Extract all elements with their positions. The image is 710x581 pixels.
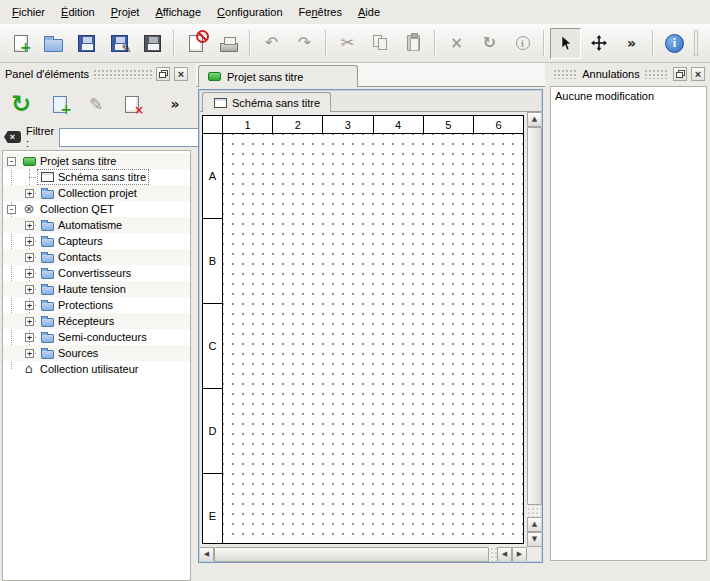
scroll-left-button-2[interactable]: ◀: [497, 547, 512, 562]
elements-tree[interactable]: -Projet sans titreSchéma sans titre+Coll…: [2, 150, 191, 581]
select-tool-button[interactable]: [550, 28, 581, 59]
tree-item-convertisseurs[interactable]: +Convertisseurs: [3, 265, 190, 281]
filter-input[interactable]: [59, 128, 209, 147]
tree-item-automatisme[interactable]: +Automatisme: [3, 217, 190, 233]
tree-expander-plus-icon[interactable]: +: [25, 333, 34, 342]
scroll-up-button-2[interactable]: ▲: [527, 517, 542, 532]
schema-tab-label: Schéma sans titre: [232, 97, 320, 109]
new-document-button[interactable]: +: [5, 28, 36, 59]
scroll-right-button[interactable]: ▶: [512, 547, 527, 562]
panel-overflow-chevron-button[interactable]: »: [163, 92, 187, 116]
close-icon: [185, 32, 207, 54]
float-dock-button[interactable]: [673, 67, 687, 81]
horizontal-scroll-track[interactable]: [214, 547, 497, 562]
delete-element-button[interactable]: ×: [120, 92, 144, 116]
open-button[interactable]: [38, 28, 69, 59]
tree-item-schema-sans-titre[interactable]: Schéma sans titre: [3, 169, 190, 185]
save-button[interactable]: [71, 28, 102, 59]
menu-edition[interactable]: Édition: [53, 2, 103, 22]
tree-expander-plus-icon[interactable]: +: [25, 189, 34, 198]
toolbar-overflow-chevron-button[interactable]: »: [616, 28, 647, 59]
scroll-left-button[interactable]: ◀: [199, 547, 214, 562]
save-icon: [76, 32, 98, 54]
close-button[interactable]: [180, 28, 211, 59]
vertical-scroll-track[interactable]: [527, 127, 542, 517]
redo-button[interactable]: ↷: [289, 28, 320, 59]
tree-expander-plus-icon[interactable]: +: [25, 237, 34, 246]
info-button[interactable]: i: [507, 28, 538, 59]
tree-expander-plus-icon[interactable]: +: [25, 221, 34, 230]
menu-fenetres[interactable]: Fenêtres: [291, 2, 350, 22]
toolbar-separator: [173, 30, 175, 56]
elements-panel-titlebar[interactable]: Panel d'éléments ×: [3, 66, 190, 82]
toolbar-extension-handle[interactable]: [694, 30, 698, 56]
scroll-down-button[interactable]: ▼: [527, 532, 542, 547]
menu-projet[interactable]: Projet: [103, 2, 148, 22]
new-element-icon: +: [48, 92, 72, 116]
horizontal-scroll-thumb[interactable]: [214, 547, 489, 562]
scroll-left-icon: ◀: [204, 551, 209, 558]
row-headers: ABCDE: [203, 134, 223, 543]
tree-expander-plus-icon[interactable]: +: [25, 317, 34, 326]
rotate-icon: ↻: [479, 32, 501, 54]
tree-item-contacts[interactable]: +Contacts: [3, 249, 190, 265]
tree-item-sources[interactable]: +Sources: [3, 345, 190, 361]
tab-schema[interactable]: Schéma sans titre: [202, 92, 331, 112]
scroll-up-button[interactable]: ▲: [527, 112, 542, 127]
print-button[interactable]: [213, 28, 244, 59]
tree-item-semi-conducteurs[interactable]: +Semi-conducteurs: [3, 329, 190, 345]
close-dock-button[interactable]: ×: [174, 67, 188, 81]
tree-item-projet-sans-titre[interactable]: -Projet sans titre: [3, 153, 190, 169]
tree-item-collection-qet[interactable]: -⊗Collection QET: [3, 201, 190, 217]
qet-collection-icon: ⊗: [22, 203, 36, 215]
tree-item-label: Automatisme: [58, 219, 122, 231]
delete-button[interactable]: ×: [441, 28, 472, 59]
edit-element-button[interactable]: ✎: [84, 92, 108, 116]
new-element-button[interactable]: +: [48, 92, 72, 116]
tree-item-protections[interactable]: +Protections: [3, 297, 190, 313]
folder-icon: [40, 284, 54, 295]
clear-filter-button[interactable]: ×: [4, 128, 21, 146]
undo-panel-titlebar[interactable]: Annulations ×: [551, 66, 707, 82]
menu-configuration[interactable]: Configuration: [209, 2, 290, 22]
menu-affichage[interactable]: Affichage: [147, 2, 209, 22]
reload-collections-button[interactable]: ↻: [6, 89, 36, 119]
move-tool-button[interactable]: [583, 28, 614, 59]
tree-expander-plus-icon[interactable]: +: [25, 285, 34, 294]
vertical-scroll-thumb[interactable]: [527, 127, 542, 505]
undo-history-list[interactable]: Aucune modification: [550, 86, 707, 561]
paste-button[interactable]: [398, 28, 429, 59]
tab-project[interactable]: Projet sans titre: [198, 65, 358, 87]
close-dock-button[interactable]: ×: [691, 67, 705, 81]
tree-item-collection-utilisateur[interactable]: ⌂Collection utilisateur: [3, 361, 190, 377]
float-dock-button[interactable]: [156, 67, 170, 81]
save-as-button[interactable]: ✎: [104, 28, 135, 59]
tree-item-haute-tension[interactable]: +Haute tension: [3, 281, 190, 297]
tree-item-recepteurs[interactable]: +Récepteurs: [3, 313, 190, 329]
copy-button[interactable]: [365, 28, 396, 59]
scroll-down-icon: ▼: [532, 536, 537, 543]
tree-expander-minus-icon[interactable]: -: [7, 205, 16, 214]
tree-expander-plus-icon[interactable]: +: [25, 301, 34, 310]
paste-icon: [403, 32, 425, 54]
vertical-scrollbar[interactable]: ▲ ▲ ▼: [527, 112, 542, 547]
undo-button[interactable]: ↶: [256, 28, 287, 59]
diagram-sheet[interactable]: 123456 ABCDE: [202, 115, 524, 544]
tree-expander-plus-icon[interactable]: +: [25, 269, 34, 278]
save-all-button[interactable]: [137, 28, 168, 59]
horizontal-scrollbar[interactable]: ◀ ◀ ▶: [199, 547, 527, 562]
rotate-button[interactable]: ↻: [474, 28, 505, 59]
about-button[interactable]: i: [659, 28, 690, 59]
menu-fichier[interactable]: Fichier: [4, 2, 53, 22]
tree-item-collection-projet[interactable]: +Collection projet: [3, 185, 190, 201]
tree-item-label: Projet sans titre: [40, 155, 116, 167]
tree-item-label: Collection QET: [40, 203, 114, 215]
tree-expander-plus-icon[interactable]: +: [25, 253, 34, 262]
tree-expander-minus-icon[interactable]: -: [7, 157, 16, 166]
tree-item-capteurs[interactable]: +Capteurs: [3, 233, 190, 249]
diagram-grid[interactable]: [223, 134, 523, 543]
main-area: Panel d'éléments × ↻+✎×» × Filtrer : -Pr…: [0, 63, 710, 581]
menu-aide[interactable]: Aide: [350, 2, 388, 22]
cut-button[interactable]: ✂: [332, 28, 363, 59]
tree-expander-plus-icon[interactable]: +: [25, 349, 34, 358]
